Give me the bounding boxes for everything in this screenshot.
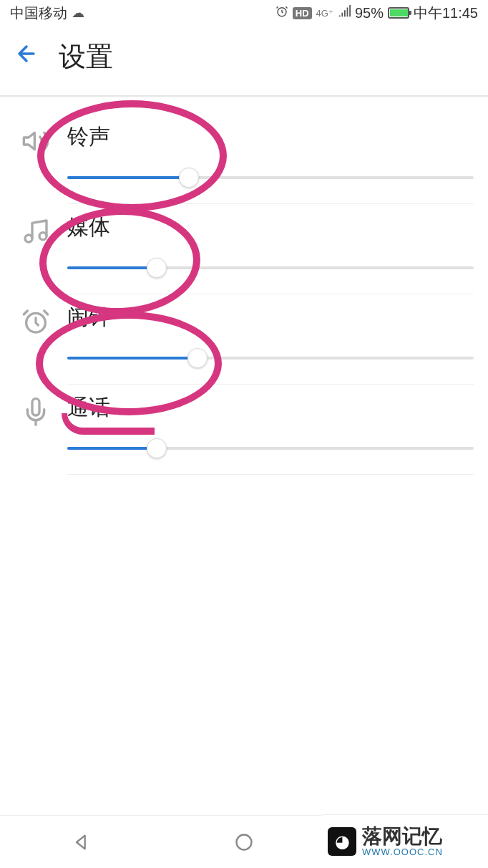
svg-point-2 [25,235,32,242]
media-slider[interactable] [67,258,474,278]
alarm-label: 闹钟 [67,303,474,332]
status-bar: 中国移动 ☁ HD 4G⁺ 95% 中午11:45 [0,0,488,26]
annotation-stroke [62,413,155,435]
ringtone-row: 铃声 [0,114,488,204]
page-title: 设置 [59,39,113,75]
back-button[interactable] [14,42,39,72]
watermark: ◕ 落网记忆 WWW.OOOC.CN [322,814,488,868]
call-slider[interactable] [67,438,474,458]
cloud-icon: ☁ [72,5,84,21]
watermark-icon: ◕ [328,827,356,856]
watermark-title: 落网记忆 [362,826,443,847]
svg-marker-1 [24,132,34,149]
music-icon [21,217,50,246]
battery-icon [388,7,409,19]
alarm-status-icon [275,5,288,21]
clock-label: 中午11:45 [414,4,478,23]
alarm-slider[interactable] [67,348,474,368]
svg-point-3 [39,233,47,240]
alarm-row: 闹钟 [0,294,488,385]
battery-percent: 95% [355,5,384,21]
speaker-icon [21,127,50,155]
hd-badge: HD [293,7,312,19]
nav-home-button[interactable] [231,829,257,855]
media-row: 媒体 [0,204,488,294]
network-label: 4G⁺ [316,9,333,18]
svg-point-5 [236,834,251,849]
nav-back-button[interactable] [69,829,94,855]
app-header: 设置 [0,26,488,97]
carrier-label: 中国移动 [10,4,67,23]
ringtone-slider[interactable] [67,168,474,188]
watermark-url: WWW.OOOC.CN [362,847,443,857]
microphone-icon [21,397,50,426]
ringtone-label: 铃声 [67,122,474,152]
media-label: 媒体 [67,213,474,242]
alarm-icon [21,307,50,336]
signal-icon [338,5,351,21]
